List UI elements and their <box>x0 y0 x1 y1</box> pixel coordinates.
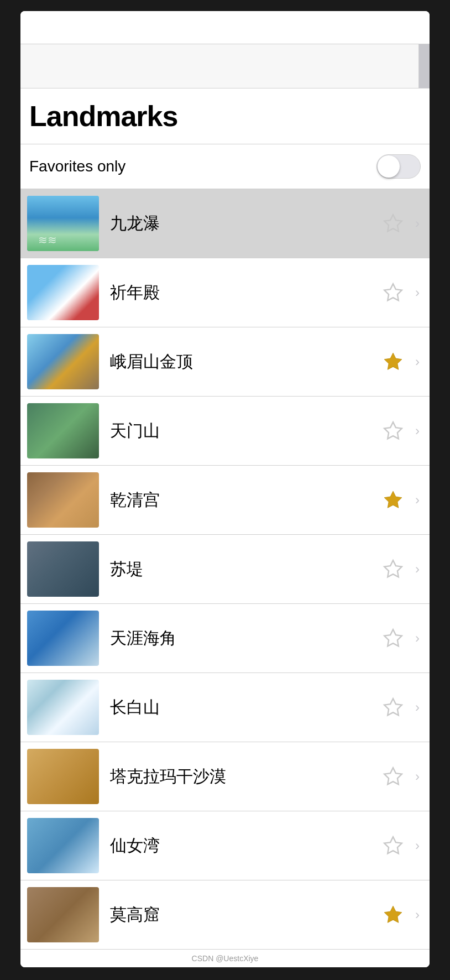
chevron-right-icon: › <box>410 552 430 586</box>
chevron-right-icon: › <box>410 207 430 240</box>
landmark-thumbnail <box>27 334 99 389</box>
list-item[interactable]: 祈年殿 › <box>20 258 430 327</box>
landmark-name: 长白山 <box>99 696 376 719</box>
chevron-right-icon: › <box>410 414 430 447</box>
list-item[interactable]: 峨眉山金顶 › <box>20 327 430 397</box>
landmark-name: 天门山 <box>99 420 376 442</box>
landmark-thumbnail <box>27 196 99 251</box>
list-item[interactable]: 塔克拉玛干沙漠 › <box>20 742 430 811</box>
list-item[interactable]: 仙女湾 › <box>20 811 430 880</box>
list-item[interactable]: 长白山 › <box>20 673 430 742</box>
list-item[interactable]: 天涯海角 › <box>20 604 430 673</box>
svg-marker-6 <box>384 629 402 646</box>
list-item[interactable]: 苏堤 › <box>20 535 430 604</box>
favorite-button[interactable] <box>376 345 410 378</box>
favorite-button[interactable] <box>376 276 410 309</box>
landmark-name: 峨眉山金顶 <box>99 351 376 373</box>
favorite-button[interactable] <box>376 898 410 931</box>
svg-marker-0 <box>384 215 402 231</box>
page-title: Landmarks <box>29 100 421 133</box>
chevron-right-icon: › <box>410 760 430 793</box>
chevron-right-icon: › <box>410 276 430 309</box>
favorites-toggle[interactable] <box>376 154 421 179</box>
svg-marker-5 <box>384 560 402 577</box>
landmark-name: 天涯海角 <box>99 627 376 650</box>
nav-bar <box>20 44 430 88</box>
landmark-name: 仙女湾 <box>99 835 376 857</box>
landmark-name: 莫高窟 <box>99 904 376 926</box>
chevron-right-icon: › <box>410 622 430 655</box>
svg-marker-9 <box>384 837 402 853</box>
svg-marker-2 <box>384 353 402 369</box>
landmark-thumbnail <box>27 611 99 666</box>
landmark-name: 九龙瀑 <box>99 212 376 235</box>
landmark-thumbnail <box>27 472 99 528</box>
list-item[interactable]: 莫高窟 › <box>20 880 430 950</box>
chevron-right-icon: › <box>410 483 430 517</box>
chevron-right-icon: › <box>410 829 430 862</box>
svg-marker-8 <box>384 768 402 784</box>
landmark-thumbnail <box>27 887 99 942</box>
chevron-right-icon: › <box>410 898 430 931</box>
list-item[interactable]: 九龙瀑 › <box>20 189 430 258</box>
scroll-indicator <box>418 44 430 88</box>
title-section: Landmarks <box>20 88 430 144</box>
chevron-right-icon: › <box>410 691 430 724</box>
landmark-thumbnail <box>27 541 99 597</box>
chevron-right-icon: › <box>410 345 430 378</box>
favorite-button[interactable] <box>376 552 410 586</box>
landmark-name: 祈年殿 <box>99 282 376 304</box>
landmark-thumbnail <box>27 818 99 873</box>
list-item[interactable]: 天门山 › <box>20 397 430 466</box>
landmark-name: 乾清宫 <box>99 489 376 512</box>
svg-marker-10 <box>384 906 402 922</box>
favorite-button[interactable] <box>376 829 410 862</box>
svg-marker-4 <box>384 491 402 508</box>
watermark: CSDN @UestcXiye <box>20 950 430 967</box>
toggle-knob <box>378 155 400 178</box>
favorite-button[interactable] <box>376 483 410 517</box>
favorite-button[interactable] <box>376 691 410 724</box>
favorite-button[interactable] <box>376 414 410 447</box>
favorite-button[interactable] <box>376 760 410 793</box>
landmark-name: 塔克拉玛干沙漠 <box>99 765 376 788</box>
list-item[interactable]: 乾清宫 › <box>20 466 430 535</box>
landmark-thumbnail <box>27 403 99 458</box>
landmark-name: 苏堤 <box>99 558 376 581</box>
landmark-thumbnail <box>27 265 99 320</box>
status-bar <box>20 11 430 44</box>
landmark-list: 九龙瀑 ›祈年殿 ›峨眉山金顶 ›天门山 ›乾清宫 ›苏堤 ›天涯海角 ›长白山… <box>20 189 430 950</box>
filter-row: Favorites only <box>20 144 430 189</box>
landmark-thumbnail <box>27 749 99 804</box>
phone-container: Landmarks Favorites only 九龙瀑 ›祈年殿 ›峨眉山金顶… <box>20 11 430 967</box>
svg-marker-1 <box>384 284 402 300</box>
landmark-thumbnail <box>27 680 99 735</box>
svg-marker-3 <box>384 422 402 439</box>
favorite-button[interactable] <box>376 207 410 240</box>
svg-marker-7 <box>384 698 402 715</box>
filter-label: Favorites only <box>29 158 125 175</box>
favorite-button[interactable] <box>376 622 410 655</box>
